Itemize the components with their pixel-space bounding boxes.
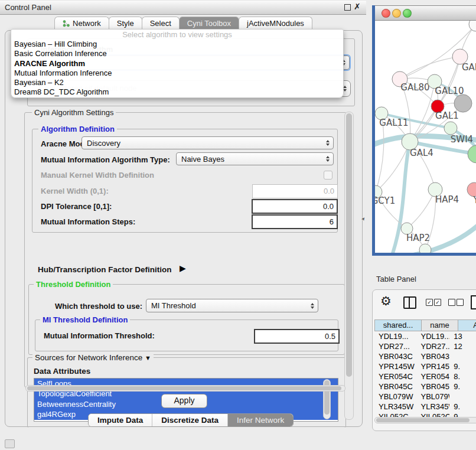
checked-checkbox-icon[interactable]: ✓ — [426, 299, 433, 306]
collapse-arrow-icon: ▼ — [145, 354, 151, 361]
table-cell: 9. — [449, 402, 476, 412]
kernel-width-input[interactable]: 0.0 — [252, 184, 338, 198]
table-cell: 12 — [449, 341, 476, 351]
network-node[interactable] — [468, 145, 476, 163]
tab-label: Select — [150, 17, 171, 30]
algorithm-option-basic-correlation-inference[interactable]: Basic Correlation Inference — [11, 49, 343, 58]
combo-arrows-icon — [326, 153, 330, 165]
split-columns-icon[interactable] — [403, 296, 416, 309]
tab-select[interactable]: Select — [142, 17, 180, 30]
tab-cyni-toolbox[interactable]: Cyni Toolbox — [179, 17, 239, 30]
algorithm-option-dream8-dc-tdc-algorithm[interactable]: Dream8 DC_TDC Algorithm — [11, 87, 343, 97]
sources-title[interactable]: Sources for Network Inference ▼ — [32, 353, 154, 362]
table-cell: 13 — [449, 331, 476, 341]
float-window-icon[interactable] — [344, 4, 351, 11]
table-body: YDL19...YDL19...13YDR27...YDR27...12YBR0… — [374, 331, 476, 422]
network-window-titlebar[interactable] — [375, 5, 476, 21]
network-node[interactable] — [419, 244, 431, 253]
column-header-name[interactable]: name — [422, 319, 458, 331]
which-threshold-combo[interactable]: MI Threshold — [146, 299, 318, 312]
table-cell: 9. — [449, 361, 476, 371]
algorithm-definition-group: Algorithm Definition Aracne Mode: Discov… — [32, 129, 338, 233]
aracne-mode-combo[interactable]: Discovery — [81, 136, 334, 149]
table-row[interactable]: YER054CYER054C8. — [374, 371, 476, 381]
checked-checkbox-icon[interactable]: ✓ — [434, 299, 441, 306]
network-node-label: HAP2 — [406, 233, 430, 243]
table-cell: YDL19... — [417, 331, 450, 341]
column-header-a[interactable]: A — [458, 319, 476, 331]
tab-label: jActiveMNodules — [247, 17, 304, 30]
network-node[interactable] — [454, 94, 472, 112]
table-cell: YLR345W — [374, 402, 417, 412]
unchecked-checkbox-icon[interactable] — [448, 299, 455, 306]
manual-kernel-width-checkbox[interactable] — [324, 171, 332, 180]
table-row[interactable]: YBL079WYBL079W — [374, 392, 476, 402]
mi-algorithm-type-label: Mutual Information Algorithm Type: — [41, 155, 170, 164]
tab-label: Network — [73, 17, 101, 30]
tab-label: Style — [117, 17, 134, 30]
unchecked-checkbox-icon[interactable] — [457, 299, 464, 306]
table-row[interactable]: YDR27...YDR27...12 — [374, 341, 476, 351]
table-panel-title: Table Panel — [376, 275, 416, 283]
tab-style[interactable]: Style — [109, 17, 142, 30]
network-view-window: GALGAL80GAL10GAL1GAL11SWI4GAL4GCY1HAP4YH… — [372, 5, 476, 256]
table-horizontal-scrollbar[interactable] — [374, 417, 476, 423]
hub-definition-label[interactable]: Hub/Transcription Factor Definition — [38, 265, 172, 274]
table-cell: YER054C — [374, 371, 417, 381]
apply-button[interactable]: Apply — [161, 394, 207, 408]
network-edge — [400, 57, 460, 79]
table-cell: 8. — [449, 371, 476, 381]
bottom-tab-impute-data[interactable]: Impute Data — [89, 414, 152, 426]
network-node-label: GAL80 — [400, 82, 429, 93]
algorithm-option-bayesian-k2[interactable]: Bayesian – K2 — [11, 78, 343, 87]
page-icon[interactable] — [471, 295, 476, 309]
mi-threshold-group-title: MI Threshold Definition — [40, 315, 130, 324]
dock-panel-icon[interactable] — [5, 439, 15, 448]
zoom-traffic-light-icon[interactable] — [403, 9, 412, 18]
table-row[interactable]: YLR345WYLR345W9. — [374, 402, 476, 412]
table-cell: YBR043C — [417, 351, 450, 361]
settings-vertical-scrollbar[interactable] — [344, 112, 354, 420]
data-attributes-label: Data Attributes — [34, 367, 90, 376]
table-row[interactable]: YPR145WYPR145W9. — [374, 361, 476, 371]
threshold-definition-group: Threshold Definition Which threshold to … — [28, 284, 345, 355]
threshold-definition-title: Threshold Definition — [34, 280, 113, 289]
column-header-shared[interactable]: shared... — [374, 319, 422, 331]
table-row[interactable]: YBR043CYBR043C — [374, 351, 476, 361]
algorithm-definition-title: Algorithm Definition — [38, 125, 117, 133]
mi-steps-input[interactable]: 6 — [252, 214, 338, 229]
tab-network[interactable]: Network — [54, 17, 109, 30]
bottom-tab-bar: Impute DataDiscretize DataInfer Network — [88, 413, 294, 427]
tab-jactivemnodules[interactable]: jActiveMNodules — [239, 17, 312, 30]
dpi-tolerance-label: DPI Tolerance [0,1]: — [41, 202, 112, 211]
expand-arrow-icon[interactable]: ▶ — [180, 263, 186, 273]
table-cell — [449, 351, 476, 361]
control-panel-title: Control Panel — [5, 3, 51, 12]
table-row[interactable]: YBR045CYBR045C9. — [374, 381, 476, 392]
network-canvas[interactable]: GALGAL80GAL10GAL1GAL11SWI4GAL4GCY1HAP4YH… — [375, 21, 476, 253]
mi-algorithm-type-combo[interactable]: Naive Bayes — [176, 152, 334, 165]
bottom-tab-infer-network[interactable]: Infer Network — [227, 414, 293, 426]
which-threshold-label: Which threshold to use: — [55, 302, 142, 311]
dpi-tolerance-input[interactable]: 0.0 — [252, 199, 338, 214]
gear-icon[interactable]: ⚙ — [380, 294, 392, 308]
manual-kernel-width-label: Manual Kernel Width Definition — [41, 171, 154, 180]
close-icon[interactable]: ✗ — [354, 2, 361, 11]
mi-threshold-input[interactable]: 0.5 — [254, 329, 340, 344]
network-node[interactable] — [469, 21, 476, 31]
algorithm-option-mutual-information-inference[interactable]: Mutual Information Inference — [11, 69, 343, 78]
close-traffic-light-icon[interactable] — [382, 9, 390, 18]
table-row[interactable]: YDL19...YDL19...13 — [374, 331, 476, 341]
mi-threshold-label: Mutual Information Threshold: — [44, 331, 155, 340]
algorithm-option-aracne-algorithm[interactable]: ARACNE Algorithm — [11, 59, 343, 69]
settings-horizontal-scrollbar[interactable] — [25, 385, 345, 392]
bottom-tab-discretize-data[interactable]: Discretize Data — [152, 414, 227, 426]
network-node-label: Y — [472, 195, 476, 206]
algorithm-option-bayesian-hill-climbing[interactable]: Bayesian – Hill Climbing — [11, 40, 343, 49]
kernel-width-label: Kernel Width (0,1): — [41, 187, 109, 195]
table-cell: YLR345W — [417, 402, 450, 412]
tab-label: Cyni Toolbox — [187, 17, 231, 30]
minimize-traffic-light-icon[interactable] — [392, 9, 401, 18]
app-root: Control Panel ✗ NetworkStyleSelectCyni T… — [0, 0, 476, 450]
network-node-swi4[interactable] — [444, 122, 457, 135]
